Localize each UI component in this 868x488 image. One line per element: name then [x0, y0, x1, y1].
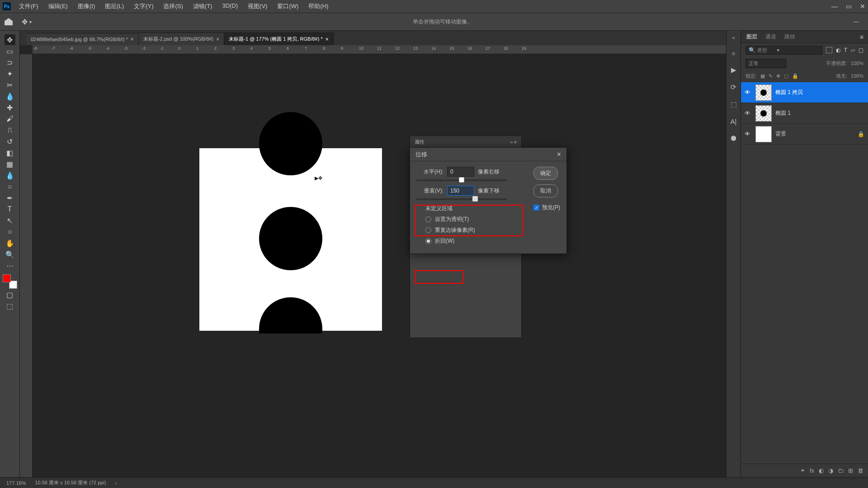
menu-filter[interactable]: 滤镜(T): [189, 0, 216, 12]
lock-position-icon[interactable]: ✥: [776, 73, 780, 79]
canvas-area[interactable]: -8-7-6-5-4-3-2-1012345678910111213141516…: [20, 45, 726, 477]
marquee-tool[interactable]: ▭: [5, 46, 15, 56]
lock-all-icon[interactable]: 🔒: [792, 73, 798, 79]
collapse-arrow-icon[interactable]: ‹‹: [732, 35, 735, 40]
history-brush-tool[interactable]: ↺: [5, 136, 15, 147]
ok-button[interactable]: 确定: [533, 167, 558, 180]
lock-brush-icon[interactable]: ✎: [769, 73, 773, 79]
home-icon[interactable]: [5, 18, 13, 25]
path-select-tool[interactable]: ↖: [5, 215, 15, 226]
vertical-slider[interactable]: [416, 198, 507, 200]
stamp-tool[interactable]: ⎍: [5, 125, 15, 136]
filter-kind-input[interactable]: [757, 47, 775, 53]
vertical-input[interactable]: [447, 186, 474, 196]
lock-artboard-icon[interactable]: ▢: [784, 73, 788, 79]
tab-layers[interactable]: 图层: [745, 31, 758, 42]
preview-checkbox-row[interactable]: ✓ 预览(P): [533, 204, 560, 211]
collapse-icon[interactable]: ›› ≡: [510, 140, 517, 145]
menu-help[interactable]: 帮助(H): [305, 0, 332, 12]
pen-tool[interactable]: ✒: [5, 192, 15, 203]
move-tool[interactable]: ✥: [5, 34, 15, 45]
styles-icon[interactable]: ⬚: [731, 100, 737, 108]
menu-layer[interactable]: 图层(L): [101, 0, 127, 12]
color-swatches[interactable]: [3, 274, 17, 289]
dropdown-icon[interactable]: ▾: [29, 19, 32, 24]
character-icon[interactable]: A|: [731, 117, 737, 125]
layer-name[interactable]: 椭圆 1: [775, 109, 791, 117]
type-tool[interactable]: T: [5, 204, 15, 215]
new-layer-icon[interactable]: ⊞: [848, 467, 853, 474]
lasso-tool[interactable]: ⊃: [5, 57, 15, 68]
close-tab-icon[interactable]: ×: [326, 36, 329, 42]
crop-tool[interactable]: ✂: [5, 80, 15, 90]
screenmode-icon[interactable]: ⬚: [5, 300, 15, 311]
close-window-icon[interactable]: ✕: [860, 3, 865, 10]
blend-mode-select[interactable]: 正常: [745, 59, 786, 68]
filter-shape-icon[interactable]: ▱: [851, 47, 855, 53]
eyedropper-tool[interactable]: 💧: [5, 91, 15, 102]
menu-view[interactable]: 视图(V): [244, 0, 271, 12]
history-icon[interactable]: ⟐: [731, 49, 736, 57]
gradient-tool[interactable]: ▦: [5, 159, 15, 169]
close-tab-icon[interactable]: ×: [131, 36, 134, 42]
brush-tool[interactable]: 🖌: [5, 113, 15, 124]
maximize-icon[interactable]: ▭: [846, 3, 852, 10]
zoom-tool[interactable]: 🔍: [5, 249, 15, 260]
tab-paths[interactable]: 路径: [783, 31, 796, 42]
minimize-icon[interactable]: —: [831, 3, 838, 10]
close-tab-icon[interactable]: ×: [216, 36, 219, 42]
filter-smart-icon[interactable]: ▢: [859, 47, 863, 53]
horizontal-slider[interactable]: [416, 179, 507, 181]
tab-0[interactable]: 024888efaed545eb.jpg @ 88.7%(RGB/8#) *×: [26, 33, 139, 45]
visibility-icon[interactable]: 👁: [745, 131, 752, 137]
canvas[interactable]: [199, 148, 382, 331]
layer-row[interactable]: 👁 椭圆 1 拷贝: [741, 82, 868, 103]
opacity-value[interactable]: 100%: [851, 61, 863, 66]
visibility-icon[interactable]: 👁: [745, 89, 752, 96]
fx-icon[interactable]: fx: [810, 467, 814, 474]
adjustments-icon[interactable]: ⟳: [731, 83, 736, 91]
fill-value[interactable]: 100%: [851, 73, 863, 79]
menu-select[interactable]: 选择(S): [160, 0, 186, 12]
layer-thumbnail[interactable]: [755, 126, 772, 142]
dodge-tool[interactable]: ○: [5, 181, 15, 192]
delete-icon[interactable]: 🗑: [858, 467, 863, 474]
group-icon[interactable]: 🗀: [838, 467, 844, 474]
close-dialog-icon[interactable]: ×: [557, 150, 561, 159]
3d-icon[interactable]: ⬢: [731, 134, 736, 142]
hand-tool[interactable]: ✋: [5, 238, 15, 249]
mask-icon[interactable]: ◐: [819, 467, 824, 474]
layer-name[interactable]: 椭圆 1 拷贝: [775, 89, 803, 96]
dialog-titlebar[interactable]: 位移 ×: [410, 148, 566, 161]
menu-text[interactable]: 文字(Y): [130, 0, 157, 12]
ruler-horizontal[interactable]: -8-7-6-5-4-3-2-1012345678910111213141516…: [33, 45, 726, 54]
magic-wand-tool[interactable]: ✦: [5, 68, 15, 79]
info-arrow-icon[interactable]: ›: [115, 480, 117, 486]
layer-name[interactable]: 背景: [775, 130, 786, 138]
radio-wrap[interactable]: 折回(W): [425, 237, 560, 245]
doc-info[interactable]: 10.58 厘米 x 10.58 厘米 (72 ppi): [35, 479, 106, 486]
move-tool-icon[interactable]: ✥: [22, 18, 28, 26]
radio-icon[interactable]: [425, 238, 431, 244]
zoom-value[interactable]: 177.16%: [6, 480, 26, 486]
ruler-vertical[interactable]: [20, 54, 33, 477]
layer-thumbnail[interactable]: [755, 105, 772, 122]
adjustment-icon[interactable]: ◑: [828, 467, 833, 474]
visibility-icon[interactable]: 👁: [745, 110, 752, 117]
tab-2[interactable]: 未标题-1 @ 177% (椭圆 1 拷贝, RGB/8#) *×: [224, 33, 333, 45]
menu-file[interactable]: 文件(F): [15, 0, 42, 12]
cancel-button[interactable]: 取消: [533, 184, 558, 197]
eraser-tool[interactable]: ◧: [5, 147, 15, 158]
shape-tool[interactable]: ○: [5, 226, 15, 237]
foreground-swatch[interactable]: [3, 274, 11, 282]
menu-image[interactable]: 图像(I): [74, 0, 99, 12]
lock-icon[interactable]: 🔒: [858, 131, 864, 137]
dropdown-icon[interactable]: ▾: [777, 48, 779, 52]
filter-type-icon[interactable]: T: [844, 47, 847, 53]
checkbox-icon[interactable]: ✓: [533, 205, 539, 211]
menu-3d[interactable]: 3D(D): [218, 0, 241, 12]
actions-icon[interactable]: ▶: [731, 66, 736, 74]
layer-thumbnail[interactable]: [755, 84, 772, 101]
layer-filter-search[interactable]: 🔍 ▾: [745, 46, 822, 55]
filter-adjust-icon[interactable]: ◐: [836, 47, 840, 53]
